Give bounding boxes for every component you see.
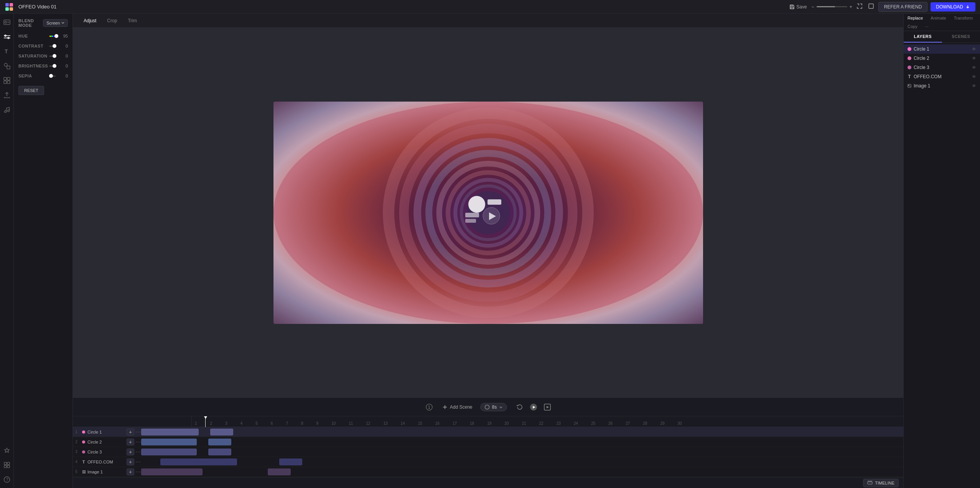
track-clip[interactable]	[160, 458, 237, 465]
media-tool[interactable]	[2, 17, 12, 28]
track-content	[141, 447, 903, 457]
layer-item[interactable]: Image 1 👁	[904, 81, 980, 90]
elements-tool[interactable]	[2, 61, 12, 71]
track-more-button[interactable]: ⋯	[135, 439, 141, 445]
zoom-in-icon[interactable]: +	[850, 4, 852, 10]
left-sidebar: T ?	[0, 14, 73, 488]
track-clip[interactable]	[141, 439, 197, 445]
track-name: OFFEO.COM	[87, 460, 126, 464]
tab-trim[interactable]: Trim	[123, 16, 142, 25]
brightness-slider[interactable]	[49, 63, 56, 69]
track-name: Circle 3	[87, 450, 126, 454]
track-more-button[interactable]: ⋯	[135, 459, 141, 465]
contrast-row: CONTRAST 0	[18, 43, 68, 49]
tool-rail: T ?	[0, 14, 14, 488]
action-tab-animate[interactable]: Animate	[927, 14, 950, 22]
download-button[interactable]: DOWNLOAD	[931, 2, 975, 12]
fullscreen-button[interactable]	[855, 2, 864, 12]
svg-text:?: ?	[6, 477, 8, 482]
help-tool[interactable]: ?	[2, 474, 12, 485]
track-clip[interactable]	[210, 429, 233, 435]
layer-item[interactable]: Circle 3 👁	[904, 63, 980, 72]
action-tab-transform[interactable]: Transform	[950, 14, 977, 22]
adjust-tool[interactable]	[2, 31, 12, 42]
expand-button[interactable]	[867, 2, 875, 12]
contrast-value: 0	[59, 44, 68, 48]
layer-item[interactable]: Circle 2 👁	[904, 54, 980, 63]
track-more-button[interactable]: ⋯	[135, 469, 141, 475]
track-clip[interactable]	[141, 449, 197, 455]
layer-visibility-icon[interactable]: 👁	[972, 74, 976, 79]
track-row: 3 Circle 3 + ⋯	[73, 447, 903, 457]
svg-rect-1	[10, 3, 13, 7]
sepia-label: SEPIA	[18, 74, 49, 78]
sepia-slider[interactable]	[49, 73, 56, 79]
tab-crop[interactable]: Crop	[102, 16, 122, 25]
action-tab-more[interactable]: ···	[921, 22, 932, 31]
replay-button[interactable]	[515, 401, 525, 413]
track-add-button[interactable]: +	[127, 458, 134, 465]
track-add-button[interactable]: +	[127, 439, 134, 445]
svg-rect-25	[7, 465, 10, 468]
tab-layers[interactable]: LAYERS	[904, 31, 942, 43]
svg-rect-17	[7, 77, 10, 80]
music-tool[interactable]	[2, 104, 12, 115]
track-more-button[interactable]: ⋯	[135, 449, 141, 455]
track-more-button[interactable]: ⋯	[135, 429, 141, 435]
blend-mode-select[interactable]: Screen	[43, 19, 68, 27]
track-clip[interactable]	[279, 458, 302, 465]
tab-scenes[interactable]: SCENES	[942, 31, 980, 43]
saturation-row: SATURATION 0	[18, 53, 68, 59]
layer-visibility-icon[interactable]: 👁	[972, 47, 976, 51]
reset-button[interactable]: RESET	[18, 86, 44, 95]
layer-item[interactable]: T OFFEO.COM 👁	[904, 72, 980, 81]
main-area: T ?	[0, 14, 980, 488]
brand-tool[interactable]	[2, 460, 12, 470]
scene-timer[interactable]: 8s	[480, 403, 507, 411]
track-clip[interactable]	[141, 429, 199, 435]
scene-number-indicator: 1	[424, 402, 435, 412]
timeline-header: 1234567891011121314151617181920212223242…	[73, 416, 903, 427]
layer-visibility-icon[interactable]: 👁	[972, 56, 976, 61]
track-add-button[interactable]: +	[127, 429, 134, 435]
svg-point-8	[5, 21, 7, 23]
save-button[interactable]: Save	[789, 4, 807, 10]
layer-visibility-icon[interactable]: 👁	[972, 65, 976, 70]
tab-adjust[interactable]: Adjust	[79, 16, 101, 25]
timeline-toggle-button[interactable]: TIMELINE	[863, 479, 899, 487]
zoom-out-icon[interactable]: −	[812, 4, 814, 10]
track-add-button[interactable]: +	[127, 449, 134, 455]
text-tool[interactable]: T	[2, 46, 12, 57]
blend-mode-row: BLEND MODE Screen	[18, 18, 68, 28]
hue-slider[interactable]	[49, 33, 56, 39]
saturation-slider[interactable]	[49, 53, 56, 59]
action-tab-copy[interactable]: Copy	[904, 22, 921, 31]
fullscreen-play-button[interactable]	[542, 401, 552, 413]
layer-item[interactable]: Circle 1 👁	[904, 44, 980, 54]
svg-rect-18	[4, 81, 7, 84]
assets-tool[interactable]	[2, 75, 12, 86]
track-content	[141, 427, 903, 437]
favorites-tool[interactable]	[2, 445, 12, 456]
app-logo	[5, 2, 14, 12]
contrast-slider[interactable]	[49, 43, 56, 49]
zoom-control[interactable]: − +	[812, 4, 852, 10]
track-number: 2	[73, 440, 80, 444]
layer-type-icon	[908, 84, 911, 88]
play-button[interactable]	[528, 401, 539, 413]
timeline-ruler: 1234567891011121314151617181920212223242…	[192, 416, 903, 427]
track-clip[interactable]	[141, 468, 203, 475]
layer-name: OFFEO.COM	[914, 74, 970, 79]
track-clip[interactable]	[208, 439, 231, 445]
layer-color-dot	[908, 56, 911, 60]
action-tab-replace[interactable]: Replace	[904, 14, 927, 22]
track-clip[interactable]	[208, 449, 231, 455]
upload-tool[interactable]	[2, 90, 12, 100]
track-clip[interactable]	[268, 468, 291, 475]
refer-friend-button[interactable]: REFER A FRIEND	[878, 2, 928, 12]
hue-value: 95	[59, 34, 68, 38]
add-scene-button[interactable]: Add Scene	[442, 404, 473, 410]
track-add-button[interactable]: +	[127, 468, 134, 475]
layer-visibility-icon[interactable]: 👁	[972, 84, 976, 88]
topbar-actions: − + REFER A FRIEND DOWNLOAD	[812, 2, 975, 12]
